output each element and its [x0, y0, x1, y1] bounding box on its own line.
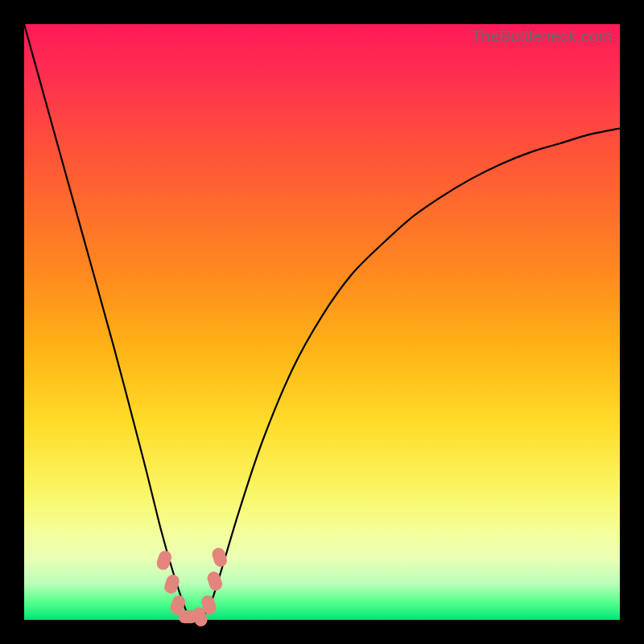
curve-markers — [155, 546, 229, 628]
bottleneck-curve — [24, 24, 620, 620]
plot-area: TheBottleneck.com — [24, 24, 620, 620]
curve-path — [24, 24, 620, 621]
curve-marker — [210, 546, 229, 568]
chart-frame: TheBottleneck.com — [0, 0, 644, 644]
curve-marker — [163, 573, 181, 596]
curve-marker — [155, 549, 174, 572]
